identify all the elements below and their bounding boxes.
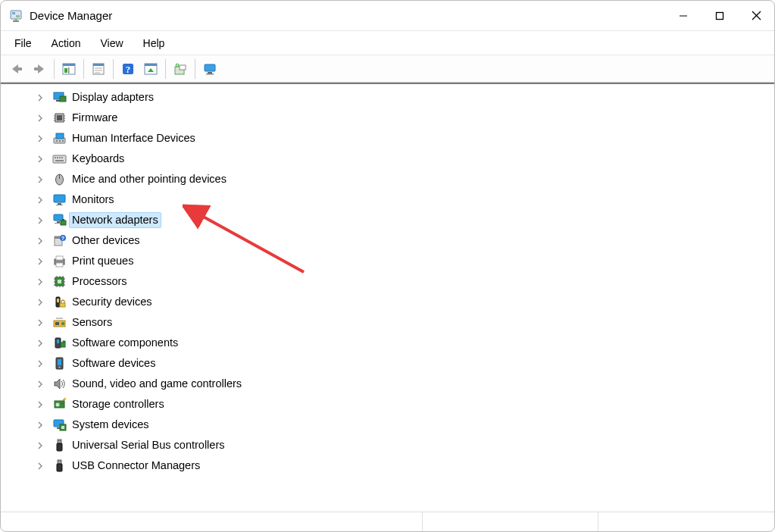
forward-button[interactable] xyxy=(28,58,51,80)
mouse-icon xyxy=(52,172,67,186)
svg-rect-53 xyxy=(55,160,64,161)
chevron-right-icon[interactable] xyxy=(36,277,45,286)
minimize-button[interactable] xyxy=(665,1,702,30)
tree-item-print-queues[interactable]: Print queues xyxy=(1,251,774,271)
svg-rect-12 xyxy=(63,64,75,66)
tree-item-label: Display adapters xyxy=(70,90,156,105)
menu-action[interactable]: Action xyxy=(44,34,89,52)
maximize-button[interactable] xyxy=(702,1,738,30)
svg-rect-31 xyxy=(206,74,214,75)
tree-item-software-components[interactable]: Software components xyxy=(1,333,774,353)
tree-item-label: Mice and other pointing devices xyxy=(70,172,229,186)
svg-point-99 xyxy=(56,403,60,407)
chevron-right-icon[interactable] xyxy=(36,257,45,266)
svg-rect-30 xyxy=(208,72,212,74)
chevron-right-icon[interactable] xyxy=(36,318,45,327)
tree-item-usb-controllers[interactable]: Universal Serial Bus controllers xyxy=(1,435,774,455)
chevron-right-icon[interactable] xyxy=(36,196,45,205)
svg-rect-34 xyxy=(60,96,66,102)
scan-hardware-button[interactable] xyxy=(139,58,162,80)
tree-item-label: Security devices xyxy=(70,295,155,309)
tree-item-keyboards[interactable]: Keyboards xyxy=(1,149,774,169)
devices-and-printers-button[interactable] xyxy=(198,58,221,80)
tree-item-other-devices[interactable]: ?Other devices xyxy=(1,230,774,251)
tree-item-label: Processors xyxy=(70,274,130,289)
menu-view[interactable]: View xyxy=(92,34,130,52)
svg-rect-52 xyxy=(61,157,63,158)
svg-rect-60 xyxy=(57,221,60,223)
storage-icon xyxy=(52,397,67,412)
svg-rect-59 xyxy=(54,214,63,221)
svg-rect-96 xyxy=(58,359,61,365)
tree-item-label: Sound, video and game controllers xyxy=(70,377,244,391)
tree-item-hid[interactable]: Human Interface Devices xyxy=(1,128,774,149)
tree-item-label: USB Connector Managers xyxy=(70,458,202,473)
other-icon: ? xyxy=(52,233,67,248)
chevron-right-icon[interactable] xyxy=(36,400,45,409)
hid-icon xyxy=(52,131,67,146)
menu-help[interactable]: Help xyxy=(136,34,173,52)
tree-item-label: Other devices xyxy=(70,233,142,248)
close-button[interactable] xyxy=(738,1,774,30)
svg-rect-50 xyxy=(57,157,58,158)
security-icon xyxy=(52,295,67,309)
tree-item-mice[interactable]: Mice and other pointing devices xyxy=(1,169,774,189)
cpu-icon xyxy=(52,274,67,289)
toolbar: ? xyxy=(1,55,774,83)
svg-rect-0 xyxy=(11,11,21,19)
tree-item-label: Universal Serial Bus controllers xyxy=(70,438,227,452)
chevron-right-icon[interactable] xyxy=(36,134,45,143)
tree-item-software-devices[interactable]: Software devices xyxy=(1,353,774,374)
show-hide-console-tree-button[interactable] xyxy=(58,58,80,80)
chevron-right-icon[interactable] xyxy=(36,359,45,368)
tree-item-security-devices[interactable]: Security devices xyxy=(1,292,774,312)
tree-item-usb-connector[interactable]: USB Connector Managers xyxy=(1,455,774,476)
svg-text:?: ? xyxy=(61,236,64,241)
svg-rect-6 xyxy=(717,12,723,19)
svg-point-47 xyxy=(62,140,64,142)
network-icon xyxy=(52,213,67,227)
chevron-right-icon[interactable] xyxy=(36,441,45,450)
svg-rect-86 xyxy=(57,299,59,302)
tree-item-storage-controllers[interactable]: Storage controllers xyxy=(1,394,774,415)
chevron-right-icon[interactable] xyxy=(36,462,45,471)
svg-point-97 xyxy=(59,367,61,368)
properties-button[interactable] xyxy=(87,58,110,80)
chevron-right-icon[interactable] xyxy=(36,339,45,348)
help-toolbar-button[interactable]: ? xyxy=(117,58,139,80)
svg-rect-4 xyxy=(16,15,20,17)
chevron-right-icon[interactable] xyxy=(36,93,45,102)
tree-item-firmware[interactable]: Firmware xyxy=(1,108,774,128)
tree-item-processors[interactable]: Processors xyxy=(1,271,774,292)
chevron-right-icon[interactable] xyxy=(36,114,45,123)
chevron-right-icon[interactable] xyxy=(36,236,45,246)
chevron-right-icon[interactable] xyxy=(36,380,45,389)
tree-item-sensors[interactable]: Sensors xyxy=(1,312,774,333)
svg-point-46 xyxy=(59,140,61,142)
svg-rect-104 xyxy=(61,426,64,429)
back-button[interactable] xyxy=(5,58,28,80)
chevron-right-icon[interactable] xyxy=(36,216,45,225)
menu-file[interactable]: File xyxy=(7,34,39,52)
tree-item-monitors[interactable]: Monitors xyxy=(1,189,774,210)
device-tree[interactable]: Display adaptersFirmwareHuman Interface … xyxy=(1,84,774,512)
svg-text:?: ? xyxy=(126,64,131,75)
add-drivers-button[interactable] xyxy=(169,58,192,80)
tree-item-network-adapters[interactable]: Network adapters xyxy=(1,210,774,230)
tree-item-sound[interactable]: Sound, video and game controllers xyxy=(1,374,774,394)
svg-rect-48 xyxy=(53,155,66,163)
chevron-right-icon[interactable] xyxy=(36,298,45,307)
content-area: Display adaptersFirmwareHuman Interface … xyxy=(1,83,774,512)
svg-rect-29 xyxy=(205,64,215,71)
chevron-right-icon[interactable] xyxy=(36,155,45,164)
statusbar xyxy=(1,512,774,531)
svg-rect-111 xyxy=(60,461,61,462)
tree-item-label: Network adapters xyxy=(70,213,161,227)
tree-item-display-adapters[interactable]: Display adapters xyxy=(1,87,774,108)
svg-rect-16 xyxy=(93,64,104,66)
app-icon xyxy=(8,8,23,23)
tree-item-label: Human Interface Devices xyxy=(70,131,198,146)
tree-item-system-devices[interactable]: System devices xyxy=(1,415,774,435)
chevron-right-icon[interactable] xyxy=(36,175,45,184)
chevron-right-icon[interactable] xyxy=(36,421,45,430)
